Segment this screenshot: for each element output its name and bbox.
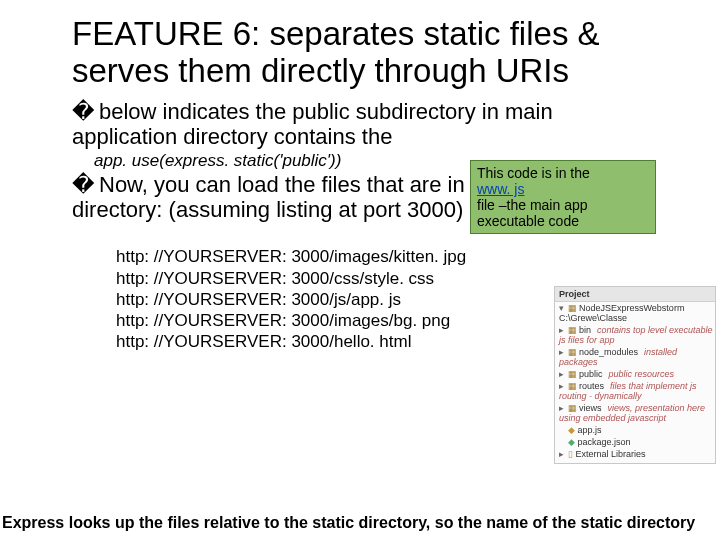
tree-folder-bin[interactable]: ▸▦bincontains top level executable js fi…	[555, 324, 715, 346]
tree-folder-node-modules[interactable]: ▸▦node_modulesinstalled packages	[555, 346, 715, 368]
tree-file-packagejson[interactable]: ◆ package.json	[555, 436, 715, 448]
tree-folder-views[interactable]: ▸▦viewsviews, presentation here using em…	[555, 402, 715, 424]
slide-title: FEATURE 6: separates static files & serv…	[72, 16, 648, 90]
tree-external-libraries[interactable]: ▸▯ External Libraries	[555, 448, 715, 460]
callout-line-2: file –the main app executable code	[477, 197, 588, 229]
project-tree-header: Project	[555, 287, 715, 302]
tree-folder-public[interactable]: ▸▦publicpublic resources	[555, 368, 715, 380]
bullet-1: below indicates the public subdirectory …	[72, 100, 648, 149]
url-item: http: //YOURSERVER: 3000/images/kitten. …	[116, 246, 648, 267]
project-tree-panel: Project ▾▦NodeJSExpressWebstorm C:\Grewe…	[554, 286, 716, 464]
tree-folder-routes[interactable]: ▸▦routesfiles that implement js routing …	[555, 380, 715, 402]
callout-box: This code is in the www. js file –the ma…	[470, 160, 656, 234]
callout-link[interactable]: www. js	[477, 181, 524, 197]
project-root: ▾▦NodeJSExpressWebstorm C:\Grewe\Classe	[555, 302, 715, 324]
callout-line-1: This code is in the	[477, 165, 590, 181]
footer-note: Express looks up the files relative to t…	[0, 514, 720, 532]
tree-file-appjs[interactable]: ◆ app.js	[555, 424, 715, 436]
